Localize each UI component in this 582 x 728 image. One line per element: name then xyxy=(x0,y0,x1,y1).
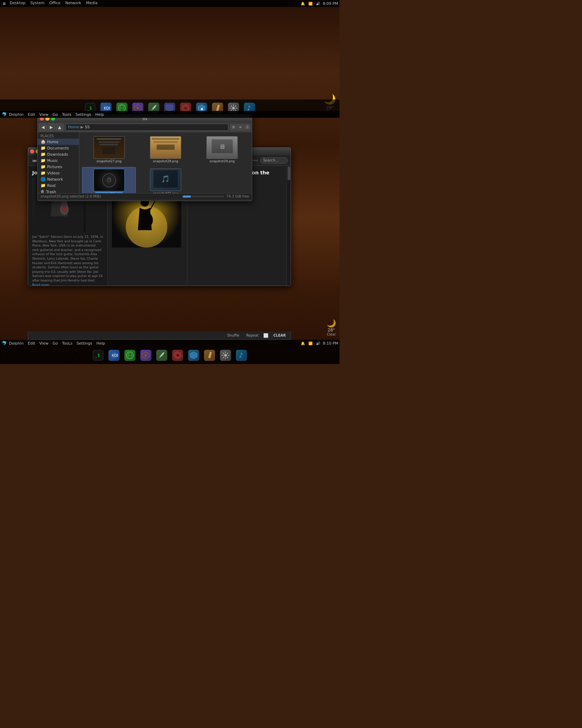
free-space: 74.3 GiB free xyxy=(226,194,249,198)
sidebar-trash-label: Trash xyxy=(46,190,56,193)
menubar2: 🐬 Dolphin Edit View Go Tools Settings He… xyxy=(0,111,340,118)
up-button[interactable]: ▲ xyxy=(56,123,63,131)
file-item-snapshot30[interactable]: ⏱ snapshot30.png xyxy=(82,167,136,193)
home-breadcrumb[interactable]: Home xyxy=(68,125,79,129)
sidebar-pictures[interactable]: 📁 Pictures xyxy=(38,164,79,170)
svg-rect-18 xyxy=(216,105,220,111)
repeat-button[interactable]: Repeat xyxy=(244,333,261,338)
scrollbar-track xyxy=(286,166,291,286)
menu-system[interactable]: System xyxy=(28,1,46,6)
svg-text:_$: _$ xyxy=(95,353,100,358)
music-close-button[interactable] xyxy=(30,149,34,154)
menu2-tools[interactable]: Tools xyxy=(60,112,73,117)
menu2-view[interactable]: View xyxy=(37,112,51,117)
dock-bottom-k3b[interactable] xyxy=(171,349,184,362)
sidebar-music[interactable]: 📁 Music xyxy=(38,157,79,164)
menu2-settings[interactable]: Settings xyxy=(73,112,93,117)
svg-text:_$: _$ xyxy=(87,106,92,111)
view-list-btn[interactable]: ≡ xyxy=(237,124,244,130)
clear-button[interactable]: CLEAR xyxy=(271,333,288,338)
storage-bar xyxy=(183,196,224,198)
menu2-go[interactable]: Go xyxy=(51,112,60,117)
file-item-snapshot28[interactable]: snapshot28.png xyxy=(139,135,192,164)
weather-temp-bottom: 28° xyxy=(327,328,336,332)
menu-office[interactable]: Office xyxy=(47,1,62,6)
filename-snapshot30: snapshot30.png xyxy=(95,192,123,193)
sidebar-music-label: Music xyxy=(47,158,58,163)
menu-network[interactable]: Network xyxy=(63,1,83,6)
menu2-help[interactable]: Help xyxy=(93,112,106,117)
dock-bottom-music[interactable]: ♪ xyxy=(235,349,248,362)
forward-button[interactable]: ▶ xyxy=(47,123,55,131)
svg-text:KDE: KDE xyxy=(112,354,118,357)
scrollbar-thumb[interactable] xyxy=(288,166,290,180)
artist-bio: Joe "Satch" Satriani (born on July 15, 1… xyxy=(32,235,103,286)
sidebar-root[interactable]: 📁 Root xyxy=(38,182,79,189)
back-button[interactable]: ◀ xyxy=(39,123,47,131)
svg-point-8 xyxy=(136,107,139,110)
address-bar: Home ▶ SS xyxy=(65,124,228,131)
svg-point-20 xyxy=(232,107,235,110)
bottom-disc-icon xyxy=(172,350,183,361)
file-grid: snapshot27.png snapshot28.png 🖥 xyxy=(79,132,252,193)
dock-bottom-blue[interactable] xyxy=(187,349,200,362)
view-icon-btn[interactable]: ⊞ xyxy=(230,124,237,130)
bottom-wifi-icon: 📶 xyxy=(308,340,313,346)
bottom-clock: 8:10 PM xyxy=(323,341,338,346)
dock-bottom-browser[interactable] xyxy=(123,349,136,362)
sidebar-network[interactable]: 🌐 Network xyxy=(38,176,79,182)
thumbnail-snapshot28 xyxy=(150,136,181,159)
menu2-dolphin[interactable]: Dolphin xyxy=(7,112,26,117)
sidebar-videos-label: Videos xyxy=(47,171,60,175)
svg-rect-11 xyxy=(168,110,171,111)
dock-bottom-quill[interactable] xyxy=(155,349,168,362)
filename-snapshot28: snapshot28.png xyxy=(153,159,178,163)
bottom-menu-help[interactable]: Help xyxy=(94,341,107,346)
filemanager-window: SS ◀ ▶ ▲ Home ▶ SS ⊞ ≡ ☰ Places 🏠 Home 📁… xyxy=(37,114,252,201)
thumbnail-snapshot29: 🖥 xyxy=(206,136,238,159)
shuffle-button[interactable]: Shuffle xyxy=(225,333,241,338)
system-menu-icon: 🖥 xyxy=(1,1,7,6)
downloads-icon: 📁 xyxy=(41,152,46,157)
menu-media[interactable]: Media xyxy=(84,1,99,6)
sidebar-videos[interactable]: 📁 Videos xyxy=(38,170,79,176)
bottom-menu-view[interactable]: View xyxy=(37,341,51,346)
dock-bottom-pencil[interactable] xyxy=(203,349,216,362)
svg-point-46 xyxy=(224,354,227,357)
sidebar-pictures-label: Pictures xyxy=(47,165,62,169)
dock-bottom-terminal[interactable]: _$ xyxy=(91,349,105,362)
svg-text:▲: ▲ xyxy=(201,106,203,110)
file-item-snapshot31[interactable]: 🎵 snapshot31.png xyxy=(139,167,192,193)
bottom-menu-edit[interactable]: Edit xyxy=(26,341,37,346)
path-breadcrumb[interactable]: SS xyxy=(85,125,90,129)
bottom-menu-settings[interactable]: Settings xyxy=(74,341,94,346)
bottom-notification-icon: 🔔 xyxy=(300,340,306,346)
dock-bottom-kde[interactable]: KDE xyxy=(107,349,121,362)
eraser-icon[interactable]: ⬜ xyxy=(263,333,268,338)
top-menubar: 🖥 Desktop System Office Network Media 🔔 … xyxy=(0,0,340,7)
bottom-menu-go[interactable]: Go xyxy=(51,341,60,346)
dock-bottom-gear[interactable] xyxy=(219,349,232,362)
view-detail-btn[interactable]: ☰ xyxy=(244,124,250,130)
sidebar-home-label: Home xyxy=(47,140,58,144)
bottom-music-icon: ♪ xyxy=(236,350,247,361)
bottom-quill-icon xyxy=(156,350,167,361)
bottom-menu-dolphin[interactable]: Dolphin xyxy=(7,341,26,346)
bottom-menu-tools[interactable]: TooLs xyxy=(60,341,74,346)
bottom-configure-icon xyxy=(140,350,151,361)
network-icon: 🌐 xyxy=(41,177,46,182)
menu-desktop[interactable]: Desktop xyxy=(8,1,27,6)
menu2-edit[interactable]: Edit xyxy=(26,112,37,117)
sidebar-downloads[interactable]: 📁 Downloads xyxy=(38,151,79,157)
music-search[interactable]: Search... xyxy=(260,157,288,164)
dock-bottom-configure[interactable] xyxy=(139,349,152,362)
sidebar-home[interactable]: 🏠 Home xyxy=(38,139,79,145)
read-more-link[interactable]: Read more xyxy=(32,283,49,286)
svg-rect-10 xyxy=(166,105,173,110)
file-item-snapshot27[interactable]: snapshot27.png xyxy=(82,135,136,164)
file-item-snapshot29[interactable]: 🖥 snapshot29.png xyxy=(195,135,249,164)
sidebar-trash[interactable]: 🗑 Trash xyxy=(38,189,79,193)
thumbnail-snapshot31: 🎵 xyxy=(150,168,181,191)
sidebar-documents[interactable]: 📁 Documents xyxy=(38,145,79,151)
menubar-bottom: 🐬 Dolphin Edit View Go TooLs Settings He… xyxy=(0,340,340,347)
